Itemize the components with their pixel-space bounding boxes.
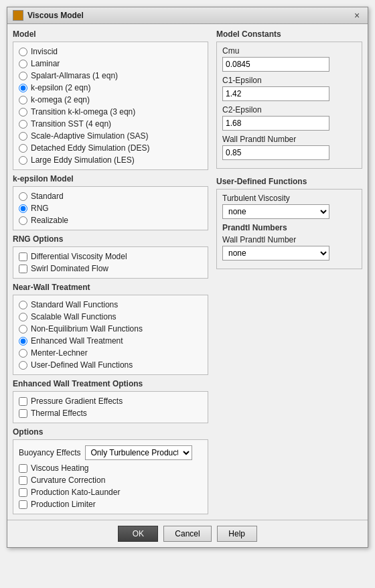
checkbox-visc-heat-label[interactable]: Viscous Heating — [31, 463, 89, 473]
checkbox-visc-heat[interactable]: Viscous Heating — [19, 463, 202, 473]
checkbox-curvature-label[interactable]: Curvature Correction — [31, 475, 105, 485]
radio-spalart-input[interactable] — [19, 72, 27, 80]
radio-transition-kkl[interactable]: Transition k-kl-omega (3 eqn) — [19, 106, 202, 117]
checkbox-swirl-label[interactable]: Swirl Dominated Flow — [31, 264, 108, 273]
radio-std-wall-label[interactable]: Standard Wall Functions — [31, 300, 118, 309]
radio-enhanced-wall[interactable]: Enhanced Wall Treatment — [19, 336, 202, 346]
radio-scalable-label[interactable]: Scalable Wall Functions — [31, 312, 117, 321]
wall-prandtl-input[interactable] — [222, 145, 329, 160]
radio-des-label[interactable]: Detached Eddy Simulation (DES) — [31, 143, 149, 153]
rng-options-title: RNG Options — [13, 234, 208, 244]
checkbox-swirl-input[interactable] — [19, 265, 27, 273]
radio-user-def-wall-input[interactable] — [19, 361, 27, 370]
radio-laminar-input[interactable] — [19, 60, 27, 68]
radio-rng[interactable]: RNG — [19, 203, 202, 214]
checkbox-prod-kato[interactable]: Production Kato-Launder — [19, 487, 202, 498]
radio-transition-kkl-label[interactable]: Transition k-kl-omega (3 eqn) — [31, 107, 135, 117]
turb-visc-dropdown[interactable]: none — [222, 204, 329, 219]
radio-inviscid-label[interactable]: Inviscid — [31, 47, 58, 56]
buoyancy-label: Buoyancy Effects — [19, 448, 81, 457]
radio-non-eq-input[interactable] — [19, 325, 27, 334]
checkbox-diff-visc-label[interactable]: Differential Viscosity Model — [31, 252, 127, 261]
radio-sas-label[interactable]: Scale-Adaptive Simulation (SAS) — [31, 131, 148, 141]
radio-standard-input[interactable] — [19, 192, 27, 201]
radio-laminar-label[interactable]: Laminar — [31, 59, 60, 68]
radio-enhanced-wall-input[interactable] — [19, 337, 27, 346]
radio-sas-input[interactable] — [19, 132, 27, 141]
radio-des-input[interactable] — [19, 144, 27, 153]
checkbox-diff-visc[interactable]: Differential Viscosity Model — [19, 251, 202, 262]
checkbox-prod-limiter-input[interactable] — [19, 500, 27, 509]
radio-non-eq[interactable]: Non-Equilibrium Wall Functions — [19, 323, 202, 334]
checkbox-prod-kato-input[interactable] — [19, 488, 27, 497]
radio-spalart-label[interactable]: Spalart-Allmaras (1 eqn) — [31, 71, 118, 80]
checkbox-diff-visc-input[interactable] — [19, 252, 27, 261]
checkbox-pressure-grad-label[interactable]: Pressure Gradient Effects — [31, 396, 123, 406]
radio-komega-label[interactable]: k-omega (2 eqn) — [31, 95, 90, 104]
radio-rng-label[interactable]: RNG — [31, 204, 49, 213]
turb-visc-label: Turbulent Viscosity — [222, 194, 356, 203]
radio-enhanced-wall-label[interactable]: Enhanced Wall Treatment — [31, 336, 123, 346]
radio-realizable-input[interactable] — [19, 216, 27, 225]
checkbox-pressure-grad[interactable]: Pressure Gradient Effects — [19, 396, 202, 407]
title-bar: Viscous Model × — [7, 7, 368, 24]
checkbox-curvature-input[interactable] — [19, 476, 27, 485]
radio-kepsilon[interactable]: k-epsilon (2 eqn) — [19, 82, 202, 93]
radio-standard-label[interactable]: Standard — [31, 192, 64, 201]
checkbox-thermal-label[interactable]: Thermal Effects — [31, 409, 87, 418]
radio-non-eq-label[interactable]: Non-Equilibrium Wall Functions — [31, 324, 143, 334]
cmu-input[interactable] — [222, 57, 329, 72]
radio-menter[interactable]: Menter-Lechner — [19, 348, 202, 358]
radio-laminar[interactable]: Laminar — [19, 58, 202, 69]
checkbox-thermal[interactable]: Thermal Effects — [19, 408, 202, 419]
radio-menter-label[interactable]: Menter-Lechner — [31, 348, 88, 358]
radio-realizable[interactable]: Realizable — [19, 215, 202, 226]
radio-spalart[interactable]: Spalart-Allmaras (1 eqn) — [19, 70, 202, 81]
radio-inviscid[interactable]: Inviscid — [19, 46, 202, 57]
radio-std-wall[interactable]: Standard Wall Functions — [19, 299, 202, 310]
main-content: Model Inviscid Laminar Spala — [7, 24, 368, 520]
buoyancy-dropdown[interactable]: Only Turbulence Production All None — [85, 445, 192, 460]
wall-prandtl-dropdown[interactable]: none — [222, 246, 329, 261]
radio-inviscid-input[interactable] — [19, 48, 27, 56]
checkbox-prod-limiter-label[interactable]: Production Limiter — [31, 500, 96, 509]
checkbox-prod-limiter[interactable]: Production Limiter — [19, 499, 202, 510]
radio-komega-input[interactable] — [19, 96, 27, 104]
radio-rng-input[interactable] — [19, 204, 27, 213]
radio-std-wall-input[interactable] — [19, 301, 27, 309]
cancel-button[interactable]: Cancel — [163, 526, 211, 542]
c1eps-input[interactable] — [222, 86, 329, 101]
radio-user-def-wall-label[interactable]: User-Defined Wall Functions — [31, 360, 133, 370]
radio-komega[interactable]: k-omega (2 eqn) — [19, 94, 202, 105]
radio-kepsilon-label[interactable]: k-epsilon (2 eqn) — [31, 83, 90, 92]
radio-menter-input[interactable] — [19, 349, 27, 358]
checkbox-prod-kato-label[interactable]: Production Kato-Launder — [31, 488, 120, 497]
radio-transition-sst[interactable]: Transition SST (4 eqn) — [19, 119, 202, 129]
radio-transition-sst-label[interactable]: Transition SST (4 eqn) — [31, 119, 111, 129]
radio-standard[interactable]: Standard — [19, 191, 202, 202]
radio-kepsilon-input[interactable] — [19, 84, 27, 92]
radio-sas[interactable]: Scale-Adaptive Simulation (SAS) — [19, 131, 202, 141]
radio-les[interactable]: Large Eddy Simulation (LES) — [19, 155, 202, 165]
close-button[interactable]: × — [352, 10, 362, 21]
kepsilon-radio-group: Standard RNG Realizable — [19, 191, 202, 226]
radio-scalable[interactable]: Scalable Wall Functions — [19, 311, 202, 322]
c2eps-input[interactable] — [222, 116, 329, 131]
checkbox-pressure-grad-input[interactable] — [19, 397, 27, 406]
radio-les-label[interactable]: Large Eddy Simulation (LES) — [31, 155, 135, 165]
radio-user-def-wall[interactable]: User-Defined Wall Functions — [19, 360, 202, 370]
radio-scalable-input[interactable] — [19, 313, 27, 321]
checkbox-visc-heat-input[interactable] — [19, 464, 27, 473]
footer: OK Cancel Help — [7, 520, 368, 547]
radio-transition-kkl-input[interactable] — [19, 108, 27, 117]
help-button[interactable]: Help — [217, 526, 257, 542]
checkbox-swirl[interactable]: Swirl Dominated Flow — [19, 263, 202, 274]
checkbox-thermal-input[interactable] — [19, 409, 27, 418]
radio-realizable-label[interactable]: Realizable — [31, 216, 68, 225]
model-constants-section: Model Constants Cmu C1-Epsilon C2-Epsilo… — [216, 29, 362, 169]
radio-transition-sst-input[interactable] — [19, 120, 27, 129]
ok-button[interactable]: OK — [118, 526, 158, 542]
radio-les-input[interactable] — [19, 156, 27, 165]
radio-des[interactable]: Detached Eddy Simulation (DES) — [19, 143, 202, 153]
checkbox-curvature[interactable]: Curvature Correction — [19, 475, 202, 486]
